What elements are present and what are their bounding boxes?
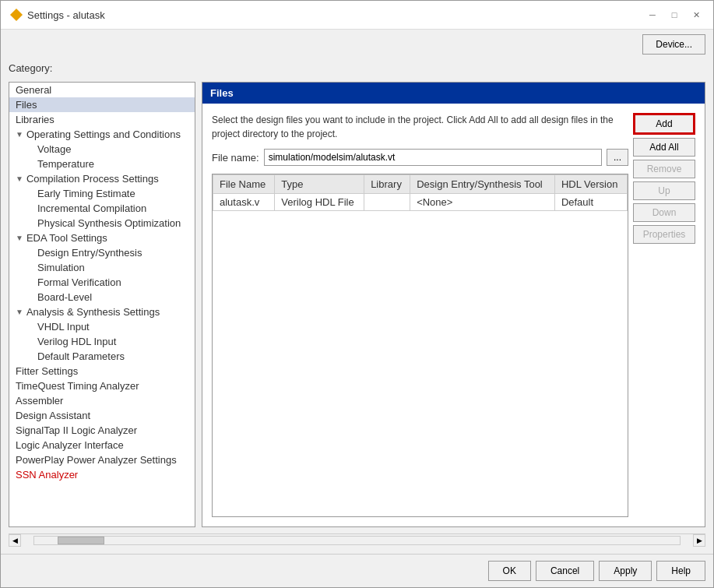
- cell-hdl-version: Default: [554, 194, 627, 211]
- sidebar-item-timequest[interactable]: TimeQuest Timing Analyzer: [9, 379, 195, 393]
- ssn-label: SSN Analyzer: [16, 469, 78, 481]
- sidebar-item-logic-analyzer[interactable]: Logic Analyzer Interface: [9, 438, 195, 452]
- window-title: Settings - alutask: [27, 9, 105, 21]
- maximize-button[interactable]: □: [667, 7, 682, 23]
- ok-button[interactable]: OK: [488, 561, 531, 581]
- sidebar-item-powerplay[interactable]: PowerPlay Power Analyzer Settings: [9, 452, 195, 467]
- right-panel: Files Select the design files you want t…: [202, 82, 705, 527]
- horizontal-scrollbar: ◀ ▶: [9, 533, 705, 546]
- add-button[interactable]: Add: [633, 113, 695, 135]
- scroll-left-arrow[interactable]: ◀: [9, 534, 21, 547]
- title-bar: Settings - alutask ─ □ ✕: [1, 1, 713, 30]
- sidebar-item-fitter-settings[interactable]: Fitter Settings: [9, 364, 195, 379]
- cancel-button[interactable]: Cancel: [536, 561, 594, 581]
- app-icon: [10, 9, 23, 21]
- compilation-label: Compilation Process Settings: [26, 173, 159, 185]
- sidebar-item-voltage[interactable]: Voltage: [9, 142, 195, 157]
- verilog-label: Verilog HDL Input: [37, 336, 116, 347]
- add-all-button[interactable]: Add All: [633, 138, 695, 157]
- sidebar-item-design-assistant[interactable]: Design Assistant: [9, 408, 195, 423]
- powerplay-label: PowerPlay Power Analyzer Settings: [16, 454, 177, 466]
- incremental-label: Incremental Compilation: [37, 202, 146, 214]
- file-name-row: File name: ...: [212, 149, 628, 166]
- cell-library: [364, 194, 410, 211]
- sidebar-item-temperature[interactable]: Temperature: [9, 157, 195, 171]
- file-table-area: File Name Type Library Design Entry/Synt…: [212, 174, 628, 517]
- panel-title: Files: [210, 87, 234, 99]
- help-button[interactable]: Help: [656, 561, 705, 581]
- col-design-entry: Design Entry/Synthesis Tool: [410, 175, 555, 194]
- main-content: Category: General Files Libraries ▼ Oper…: [1, 55, 713, 554]
- down-button[interactable]: Down: [633, 203, 695, 222]
- general-label: General: [16, 84, 51, 96]
- design-assistant-label: Design Assistant: [16, 410, 90, 421]
- file-name-label: File name:: [212, 152, 259, 164]
- sidebar-item-files[interactable]: Files: [9, 97, 195, 112]
- sidebar-item-verilog-input[interactable]: Verilog HDL Input: [9, 334, 195, 349]
- timequest-label: TimeQuest Timing Analyzer: [16, 380, 139, 392]
- board-level-label: Board-Level: [37, 291, 92, 303]
- col-hdl-version: HDL Version: [554, 175, 627, 194]
- sidebar-item-formal-verification[interactable]: Formal Verification: [9, 275, 195, 290]
- libraries-label: Libraries: [16, 114, 55, 125]
- sidebar-item-default-parameters[interactable]: Default Parameters: [9, 349, 195, 364]
- panel-header: Files: [202, 83, 705, 104]
- cell-file-name: alutask.v: [213, 194, 275, 211]
- panel-content-row: Select the design files you want to incl…: [202, 104, 705, 526]
- signaltap-label: SignalTap II Logic Analyzer: [16, 424, 137, 436]
- sidebar-item-general[interactable]: General: [9, 83, 195, 97]
- analysis-synthesis-label: Analysis & Synthesis Settings: [26, 306, 160, 318]
- sidebar-item-analysis-synthesis[interactable]: ▼ Analysis & Synthesis Settings: [9, 305, 195, 319]
- scroll-right-arrow[interactable]: ▶: [693, 534, 705, 547]
- sidebar-item-board-level[interactable]: Board-Level: [9, 290, 195, 305]
- sidebar-item-physical-synthesis[interactable]: Physical Synthesis Optimization: [9, 216, 195, 231]
- sidebar-item-assembler[interactable]: Assembler: [9, 393, 195, 408]
- sidebar-item-eda-tool[interactable]: ▼ EDA Tool Settings: [9, 231, 195, 245]
- scroll-thumb[interactable]: [58, 537, 104, 544]
- up-button[interactable]: Up: [633, 181, 695, 200]
- file-name-input[interactable]: [264, 149, 602, 166]
- eda-expand-icon: ▼: [16, 234, 23, 242]
- col-file-name: File Name: [213, 175, 275, 194]
- sidebar-item-libraries[interactable]: Libraries: [9, 112, 195, 127]
- remove-button[interactable]: Remove: [633, 160, 695, 178]
- file-table: File Name Type Library Design Entry/Synt…: [213, 174, 628, 211]
- bottom-bar: OK Cancel Apply Help: [1, 554, 713, 587]
- sidebar-item-signaltap[interactable]: SignalTap II Logic Analyzer: [9, 423, 195, 438]
- col-type: Type: [275, 175, 364, 194]
- physical-synthesis-label: Physical Synthesis Optimization: [37, 217, 181, 229]
- side-buttons: Add Add All Remove Up Down Properties: [633, 104, 705, 526]
- early-timing-label: Early Timing Estimate: [37, 188, 135, 199]
- category-label: Category:: [9, 62, 705, 74]
- apply-button[interactable]: Apply: [599, 561, 652, 581]
- sidebar-item-incremental-compilation[interactable]: Incremental Compilation: [9, 201, 195, 216]
- temperature-label: Temperature: [37, 158, 94, 170]
- scroll-track[interactable]: [33, 536, 681, 545]
- simulation-label: Simulation: [37, 262, 85, 273]
- vhdl-label: VHDL Input: [37, 321, 90, 333]
- logic-analyzer-label: Logic Analyzer Interface: [16, 439, 124, 451]
- panel-main: Select the design files you want to incl…: [202, 104, 638, 526]
- panel-description: Select the design files you want to incl…: [212, 113, 628, 141]
- files-label: Files: [16, 99, 37, 111]
- eda-tool-label: EDA Tool Settings: [26, 232, 107, 244]
- operating-label: Operating Settings and Conditions: [26, 129, 181, 140]
- compilation-expand-icon: ▼: [16, 174, 23, 183]
- browse-button[interactable]: ...: [607, 149, 628, 166]
- sidebar-item-early-timing[interactable]: Early Timing Estimate: [9, 186, 195, 201]
- sidebar: General Files Libraries ▼ Operating Sett…: [9, 82, 195, 527]
- fitter-settings-label: Fitter Settings: [16, 365, 78, 377]
- sidebar-item-design-entry[interactable]: Design Entry/Synthesis: [9, 245, 195, 260]
- close-button[interactable]: ✕: [688, 7, 704, 23]
- device-button[interactable]: Device...: [642, 34, 705, 55]
- sidebar-item-compilation-process[interactable]: ▼ Compilation Process Settings: [9, 171, 195, 186]
- sidebar-item-ssn[interactable]: SSN Analyzer: [9, 467, 195, 482]
- sidebar-item-simulation[interactable]: Simulation: [9, 260, 195, 275]
- analysis-expand-icon: ▼: [16, 308, 23, 316]
- window-controls: ─ □ ✕: [645, 7, 704, 23]
- properties-button[interactable]: Properties: [633, 225, 695, 244]
- minimize-button[interactable]: ─: [645, 7, 660, 23]
- sidebar-item-vhdl-input[interactable]: VHDL Input: [9, 319, 195, 334]
- table-row[interactable]: alutask.v Verilog HDL File <None> Defaul…: [213, 194, 628, 211]
- sidebar-item-operating-settings[interactable]: ▼ Operating Settings and Conditions: [9, 127, 195, 142]
